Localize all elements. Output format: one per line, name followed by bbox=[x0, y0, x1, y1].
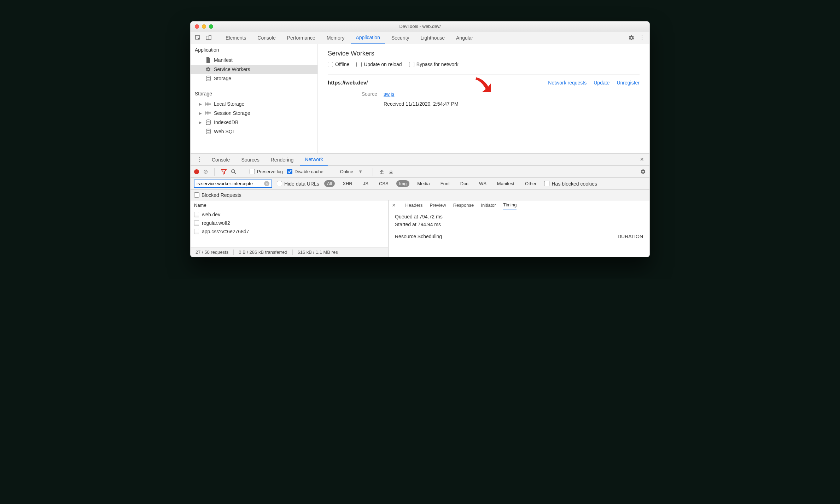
close-detail-icon[interactable]: × bbox=[392, 202, 398, 209]
request-row[interactable]: web.dev bbox=[191, 210, 388, 219]
request-name-column: Name web.dev regular.woff2 app.css?v=6e2… bbox=[191, 200, 389, 257]
filter-xhr[interactable]: XHR bbox=[340, 180, 355, 187]
tab-security[interactable]: Security bbox=[386, 31, 414, 44]
filter-media[interactable]: Media bbox=[414, 180, 432, 187]
timing-details: Queued at 794.72 ms Started at 794.94 ms… bbox=[389, 210, 649, 257]
request-row[interactable]: regular.woff2 bbox=[191, 219, 388, 227]
hide-data-urls-checkbox[interactable]: Hide data URLs bbox=[277, 181, 319, 187]
svg-rect-2 bbox=[209, 35, 211, 40]
clear-button[interactable]: ⊘ bbox=[203, 168, 208, 175]
filter-js[interactable]: JS bbox=[360, 180, 371, 187]
blocked-requests-checkbox[interactable]: Blocked Requests bbox=[194, 192, 241, 198]
file-icon bbox=[194, 220, 199, 226]
sw-options-row: Offline Update on reload Bypass for netw… bbox=[328, 61, 640, 67]
filter-font[interactable]: Font bbox=[438, 180, 453, 187]
filter-manifest[interactable]: Manifest bbox=[494, 180, 517, 187]
sidebar-item-session-storage[interactable]: ▶ Session Storage bbox=[191, 109, 317, 118]
filter-other[interactable]: Other bbox=[522, 180, 539, 187]
tab-performance[interactable]: Performance bbox=[282, 31, 320, 44]
filter-img[interactable]: Img bbox=[396, 180, 410, 187]
file-icon bbox=[194, 212, 199, 217]
disable-cache-checkbox[interactable]: Disable cache bbox=[287, 169, 323, 174]
file-icon bbox=[194, 229, 199, 234]
drawer-more-icon[interactable]: ⋮ bbox=[194, 156, 205, 163]
close-window-button[interactable] bbox=[195, 24, 199, 29]
annotation-arrow-icon bbox=[473, 75, 493, 95]
network-requests-link[interactable]: Network requests bbox=[548, 80, 587, 86]
table-icon bbox=[205, 101, 211, 107]
clear-filter-icon[interactable]: × bbox=[264, 181, 269, 186]
expand-arrow-icon[interactable]: ▶ bbox=[199, 121, 203, 124]
timing-queued: Queued at 794.72 ms bbox=[395, 214, 643, 219]
blocked-cookies-checkbox[interactable]: Has blocked cookies bbox=[544, 181, 597, 187]
tab-preview[interactable]: Preview bbox=[430, 200, 446, 210]
preserve-log-checkbox[interactable]: Preserve log bbox=[250, 169, 283, 174]
tab-console[interactable]: Console bbox=[252, 31, 280, 44]
more-options-icon[interactable]: ⋮ bbox=[637, 33, 647, 42]
tab-angular[interactable]: Angular bbox=[451, 31, 478, 44]
drawer-tab-network[interactable]: Network bbox=[300, 153, 328, 166]
source-file-link[interactable]: sw.js bbox=[384, 91, 394, 97]
filter-css[interactable]: CSS bbox=[376, 180, 391, 187]
status-requests: 27 / 50 requests bbox=[191, 250, 234, 255]
sidebar-item-indexeddb[interactable]: ▶ IndexedDB bbox=[191, 118, 317, 127]
update-on-reload-checkbox[interactable]: Update on reload bbox=[356, 61, 402, 67]
expand-arrow-icon[interactable]: ▶ bbox=[199, 111, 203, 115]
inspect-element-icon[interactable] bbox=[193, 33, 203, 42]
filter-doc[interactable]: Doc bbox=[457, 180, 471, 187]
download-icon[interactable] bbox=[389, 169, 393, 174]
filter-text-field[interactable] bbox=[197, 181, 264, 186]
expand-arrow-icon[interactable]: ▶ bbox=[199, 102, 203, 106]
unregister-link[interactable]: Unregister bbox=[617, 80, 640, 86]
sidebar-item-web-sql[interactable]: Web SQL bbox=[191, 127, 317, 136]
sidebar-item-label: Local Storage bbox=[214, 101, 244, 107]
filter-input[interactable]: × bbox=[194, 180, 272, 188]
sidebar-item-label: Session Storage bbox=[214, 110, 250, 116]
filter-all[interactable]: All bbox=[324, 180, 335, 187]
window-title: DevTools - web.dev/ bbox=[399, 24, 441, 29]
upload-icon[interactable] bbox=[379, 169, 384, 174]
drawer-tab-rendering[interactable]: Rendering bbox=[266, 153, 299, 166]
tab-headers[interactable]: Headers bbox=[405, 200, 422, 210]
drawer-tab-sources[interactable]: Sources bbox=[236, 153, 264, 166]
sidebar-item-label: IndexedDB bbox=[214, 119, 238, 125]
throttling-select[interactable]: Online▼ bbox=[337, 169, 366, 174]
update-link[interactable]: Update bbox=[594, 80, 609, 86]
sidebar-item-storage[interactable]: Storage bbox=[191, 74, 317, 83]
sidebar-item-local-storage[interactable]: ▶ Local Storage bbox=[191, 99, 317, 109]
toggle-device-icon[interactable] bbox=[204, 33, 213, 42]
svg-rect-9 bbox=[205, 111, 211, 115]
network-settings-icon[interactable] bbox=[640, 169, 646, 175]
filter-ws[interactable]: WS bbox=[476, 180, 489, 187]
name-column-header[interactable]: Name bbox=[191, 200, 388, 210]
duration-label: DURATION bbox=[618, 234, 643, 239]
tab-timing[interactable]: Timing bbox=[503, 200, 517, 210]
panel-heading: Service Workers bbox=[328, 50, 640, 57]
close-drawer-icon[interactable]: × bbox=[638, 156, 646, 163]
request-row[interactable]: app.css?v=6e2768d7 bbox=[191, 227, 388, 236]
sidebar-section-application: Application bbox=[191, 44, 317, 55]
record-button[interactable] bbox=[194, 169, 199, 174]
drawer-tab-console[interactable]: Console bbox=[207, 153, 235, 166]
search-icon[interactable] bbox=[231, 169, 237, 175]
svg-line-17 bbox=[234, 172, 236, 174]
sidebar-item-service-workers[interactable]: Service Workers bbox=[191, 65, 317, 74]
bypass-for-network-checkbox[interactable]: Bypass for network bbox=[409, 61, 459, 67]
tab-lighthouse[interactable]: Lighthouse bbox=[416, 31, 450, 44]
filter-icon[interactable] bbox=[221, 169, 227, 175]
tab-application[interactable]: Application bbox=[351, 31, 385, 44]
maximize-window-button[interactable] bbox=[209, 24, 213, 29]
settings-icon[interactable] bbox=[627, 33, 636, 42]
minimize-window-button[interactable] bbox=[202, 24, 206, 29]
received-value: Received 11/11/2020, 2:54:47 PM bbox=[384, 101, 459, 107]
tab-elements[interactable]: Elements bbox=[221, 31, 251, 44]
sidebar-item-manifest[interactable]: Manifest bbox=[191, 55, 317, 65]
sidebar-item-label: Service Workers bbox=[214, 66, 250, 72]
request-detail-panel: × Headers Preview Response Initiator Tim… bbox=[389, 200, 649, 257]
svg-point-15 bbox=[206, 129, 210, 130]
service-workers-panel: Service Workers Offline Update on reload… bbox=[318, 44, 649, 153]
offline-checkbox[interactable]: Offline bbox=[328, 61, 349, 67]
tab-initiator[interactable]: Initiator bbox=[481, 200, 496, 210]
tab-response[interactable]: Response bbox=[453, 200, 474, 210]
tab-memory[interactable]: Memory bbox=[322, 31, 350, 44]
